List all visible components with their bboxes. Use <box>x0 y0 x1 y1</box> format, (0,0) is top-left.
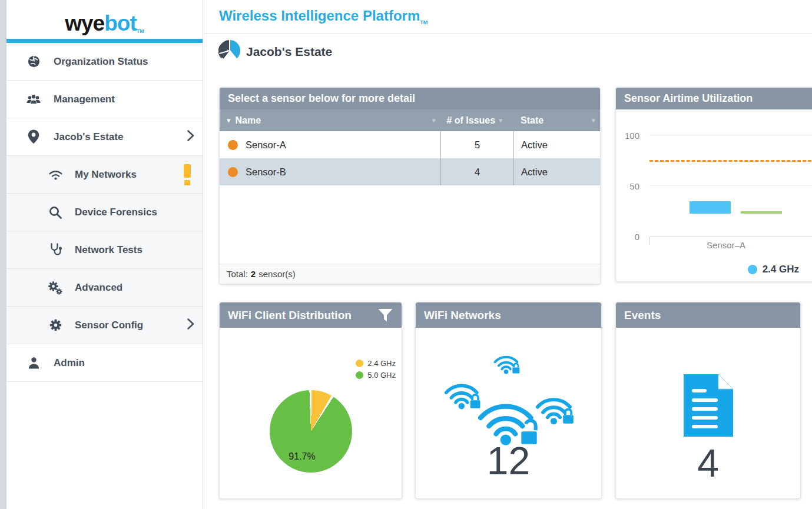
wifi-networks-body: 12 <box>416 328 601 498</box>
logo-wye: wye <box>65 11 104 35</box>
sidebar-item-advanced[interactable]: Advanced <box>6 269 203 307</box>
users-icon <box>26 93 41 106</box>
sensor-issue-count: 5 <box>440 131 513 158</box>
sensor-table-title: Select a sensor below for more detail <box>220 88 600 109</box>
sidebar-item-sensor-config[interactable]: Sensor Config <box>6 307 203 344</box>
pie-slice-label: 91.7% <box>279 451 326 462</box>
chevron-right-icon[interactable] <box>186 317 195 334</box>
sensor-name: Sensor-B <box>246 167 286 178</box>
y-axis-tick: 100 <box>616 131 639 141</box>
client-legend: 2.4 GHz 5.0 GHz <box>356 359 396 380</box>
legend-item-5ghz[interactable]: 5.0 GHz <box>356 371 396 380</box>
y-axis-line <box>649 237 650 245</box>
sort-icon[interactable]: ▾ <box>432 116 436 125</box>
site-heading: Jacob's Estate <box>218 39 332 64</box>
sidebar-item-organization-status[interactable]: Organization Status <box>6 43 203 81</box>
logo-trademark: TM <box>137 28 144 34</box>
sensor-status-dot <box>228 167 238 177</box>
sidebar-item-label: Device Forensics <box>75 207 157 218</box>
column-header-state[interactable]: State ▾ <box>513 109 600 131</box>
sidebar-item-label: Organization Status <box>54 56 148 68</box>
x-axis-category-label: Sensor–A <box>679 240 773 250</box>
sidebar-item-label: My Networks <box>75 169 137 181</box>
globe-icon <box>26 55 41 68</box>
page-title: Wireless Intelligence PlatformTM <box>219 8 427 25</box>
legend-dot <box>356 371 363 379</box>
wifi-lock-icon <box>493 351 524 377</box>
site-name: Jacob's Estate <box>246 45 332 59</box>
gear-icon <box>48 318 63 332</box>
sidebar-item-management[interactable]: Management <box>6 81 203 118</box>
wifi-icon <box>48 168 63 181</box>
column-header-issues[interactable]: # of Issues ▾ <box>440 109 513 131</box>
sensor-row-a[interactable]: Sensor-A 5 Active <box>220 131 600 158</box>
pie-chart-icon <box>218 39 241 64</box>
sidebar-item-label: Sensor Config <box>75 320 143 331</box>
sensor-table-header-row: ▾ Name ▾ # of Issues ▾ State ▾ <box>220 109 600 131</box>
header-divider <box>204 33 812 34</box>
user-icon <box>26 356 41 370</box>
events-panel-title: Events <box>616 302 800 328</box>
legend-dot <box>748 265 757 274</box>
filter-icon[interactable] <box>377 308 393 322</box>
document-icon <box>684 374 733 440</box>
y-axis-tick: 0 <box>616 232 639 242</box>
sidebar-item-label: Advanced <box>75 282 122 294</box>
chevron-right-icon[interactable] <box>186 128 195 145</box>
bar-5ghz[interactable] <box>741 211 782 214</box>
client-pie-chart: 2.4 GHz 5.0 GHz 91.7% <box>220 328 402 498</box>
bar-24ghz[interactable] <box>690 201 731 214</box>
sort-descending-icon[interactable]: ▾ <box>227 116 231 125</box>
wifi-networks-panel: WiFi Networks 12 <box>415 302 602 499</box>
sensor-state: Active <box>513 158 600 185</box>
sidebar-item-jacobs-estate[interactable]: Jacob's Estate <box>6 118 203 156</box>
sidebar: wyebotTM Organization Status Management … <box>6 0 203 509</box>
sort-icon[interactable]: ▾ <box>591 116 595 125</box>
airtime-bar-chart: 100 50 0 Sensor–A 2.4 GHz 5.0 GHz <box>616 109 812 281</box>
wifi-panel-title: WiFi Networks <box>416 302 601 328</box>
sidebar-item-label: Admin <box>54 357 85 369</box>
gears-icon <box>48 280 63 295</box>
sensor-name: Sensor-A <box>246 139 286 151</box>
logo-bot: bot <box>104 11 137 35</box>
sidebar-item-admin[interactable]: Admin <box>6 344 203 382</box>
sensor-total-count: 2 <box>251 269 256 279</box>
sensor-row-b[interactable]: Sensor-B 4 Active <box>220 158 600 185</box>
client-distribution-panel: WiFi Client Distribution 2.4 GHz 5.0 GHz… <box>219 302 402 499</box>
sensor-state: Active <box>513 131 600 158</box>
legend-item-24ghz[interactable]: 2.4 GHz <box>356 359 396 368</box>
events-body: 4 <box>616 328 800 498</box>
threshold-line <box>649 160 812 162</box>
wyebot-logo[interactable]: wyebotTM <box>6 0 203 39</box>
sidebar-item-label: Management <box>54 94 115 105</box>
airtime-panel-title: Sensor Airtime Utilization <box>616 88 812 109</box>
map-pin-icon <box>26 129 41 144</box>
y-axis-tick: 50 <box>616 181 639 191</box>
sidebar-item-my-networks[interactable]: My Networks <box>6 156 203 194</box>
table-empty-area <box>220 185 600 264</box>
airtime-utilization-panel: Sensor Airtime Utilization 100 50 0 Sens… <box>615 87 812 282</box>
window-edge-strip <box>0 0 6 509</box>
sensor-status-dot <box>228 140 238 150</box>
gridline-100 <box>649 135 812 135</box>
x-axis-line <box>649 237 812 237</box>
client-panel-title: WiFi Client Distribution <box>220 302 402 328</box>
sensor-total-footer: Total:2sensor(s) <box>220 264 600 284</box>
events-count: 4 <box>616 441 800 485</box>
column-header-name[interactable]: ▾ Name ▾ <box>220 109 440 131</box>
stethoscope-icon <box>48 242 63 257</box>
search-icon <box>48 205 63 219</box>
wireless-intelligence-dashboard: wyebotTM Organization Status Management … <box>0 0 812 509</box>
airtime-legend: 2.4 GHz 5.0 GHz <box>616 264 812 275</box>
sidebar-item-device-forensics[interactable]: Device Forensics <box>6 194 203 231</box>
events-panel: Events 4 <box>615 302 801 499</box>
warning-badge <box>184 164 191 185</box>
sort-icon[interactable]: ▾ <box>499 116 503 125</box>
logo-accent-bar <box>6 39 203 43</box>
sidebar-item-network-tests[interactable]: Network Tests <box>6 231 203 269</box>
legend-dot <box>356 360 363 367</box>
wifi-networks-count: 12 <box>416 438 601 483</box>
sensor-issue-count: 4 <box>440 158 513 185</box>
legend-item-24ghz[interactable]: 2.4 GHz <box>748 264 799 275</box>
sidebar-item-label: Network Tests <box>75 244 142 256</box>
